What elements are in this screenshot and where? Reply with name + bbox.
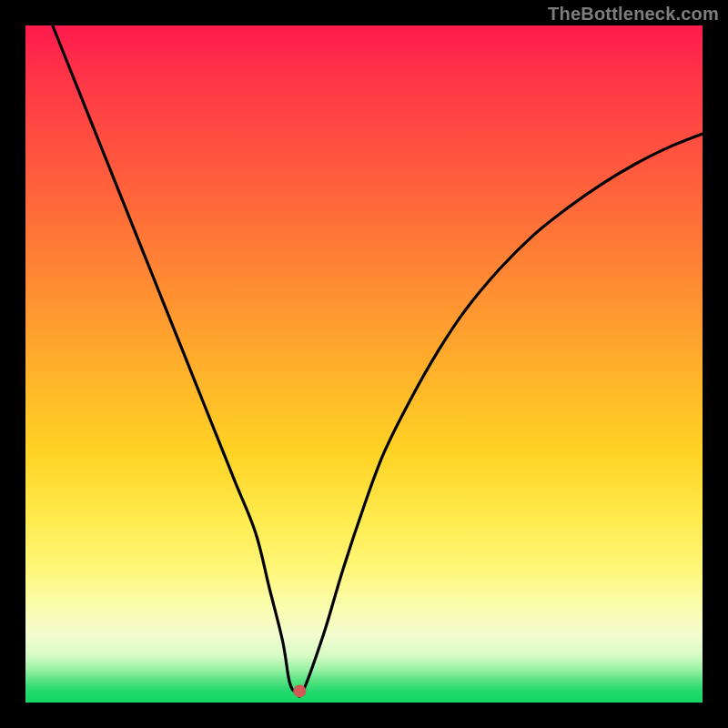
plot-area <box>25 25 703 703</box>
minimum-marker <box>293 684 306 697</box>
watermark-text: TheBottleneck.com <box>548 4 719 25</box>
bottleneck-curve <box>53 25 703 696</box>
chart-frame: TheBottleneck.com <box>0 0 728 728</box>
chart-svg <box>25 25 703 703</box>
